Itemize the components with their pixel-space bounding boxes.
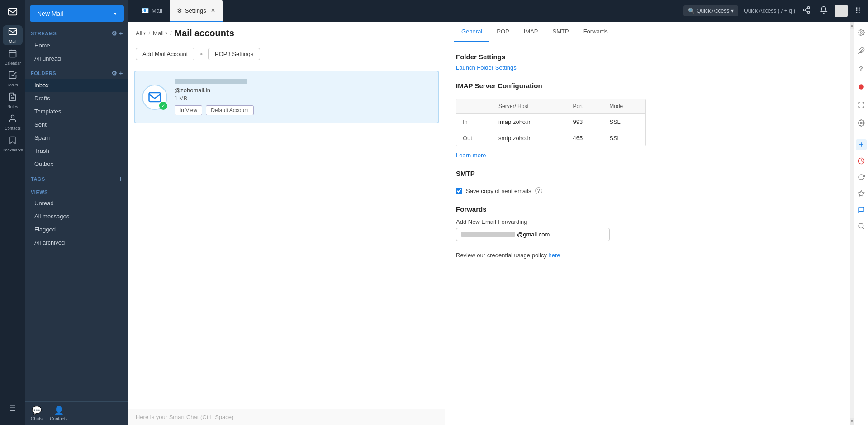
in-view-button[interactable]: In View bbox=[175, 105, 202, 115]
default-account-button[interactable]: Default Account bbox=[206, 105, 254, 115]
sidebar: New Mail ▾ STREAMS ⚙ + Home All unread F… bbox=[25, 0, 128, 425]
tab-general-label: General bbox=[461, 28, 482, 35]
frr-clock-icon[interactable] bbox=[856, 156, 867, 166]
tags-add-icon[interactable]: + bbox=[119, 175, 123, 183]
frr-settings-icon[interactable] bbox=[856, 27, 867, 38]
sidebar-item-outbox[interactable]: Outbox bbox=[25, 157, 128, 170]
sidebar-footer: 💬 Chats 👤 Contacts bbox=[25, 401, 128, 425]
launch-folder-settings-link[interactable]: Launch Folder Settings bbox=[456, 64, 517, 71]
quick-access-button[interactable]: 🔍 Quick Access ▾ bbox=[683, 5, 738, 16]
streams-add-icon[interactable]: + bbox=[119, 30, 123, 37]
sidebar-item-unread[interactable]: Unread bbox=[25, 197, 128, 210]
smart-chat-bar[interactable]: Here is your Smart Chat (Ctrl+Space) bbox=[128, 409, 445, 425]
rail-item-calendar[interactable]: Calendar bbox=[3, 47, 23, 67]
scroll-up-button[interactable]: ▲ bbox=[850, 22, 854, 29]
account-email-domain: @zohomail.in bbox=[175, 87, 431, 94]
frr-feather-icon[interactable] bbox=[856, 45, 867, 56]
sidebar-item-trash[interactable]: Trash bbox=[25, 144, 128, 157]
far-right-rail: ? bbox=[854, 22, 868, 425]
tab-general[interactable]: General bbox=[454, 22, 489, 42]
quick-access-shortcut: Quick Access ( / + q ) bbox=[744, 8, 795, 14]
footer-chats[interactable]: 💬 Chats bbox=[31, 406, 43, 421]
tab-forwards[interactable]: Forwards bbox=[576, 22, 615, 42]
sidebar-item-inbox[interactable]: Inbox bbox=[25, 79, 128, 92]
learn-more-link[interactable]: Learn more bbox=[456, 152, 486, 159]
folders-settings-icon[interactable]: ⚙ bbox=[111, 70, 118, 77]
forwarding-input-container[interactable]: @gmail.com bbox=[456, 228, 610, 241]
sidebar-item-templates[interactable]: Templates bbox=[25, 105, 128, 118]
footer-contacts[interactable]: 👤 Contacts bbox=[50, 406, 67, 421]
bell-icon-button[interactable] bbox=[818, 4, 830, 18]
frr-add-icon[interactable] bbox=[856, 139, 867, 150]
frr-sparkle-icon[interactable] bbox=[856, 188, 867, 199]
frr-settings2-icon[interactable] bbox=[856, 118, 867, 128]
svg-point-12 bbox=[860, 122, 862, 124]
scroll-down-button[interactable]: ▼ bbox=[850, 418, 854, 425]
rail-item-notes[interactable]: Notes bbox=[3, 90, 23, 110]
rail-label-bookmarks: Bookmarks bbox=[3, 148, 23, 152]
topbar: 📧 Mail ⚙ Settings ✕ 🔍 Quick Access ▾ Qui… bbox=[128, 0, 868, 22]
folders-add-icon[interactable]: + bbox=[119, 70, 123, 77]
sidebar-item-sent[interactable]: Sent bbox=[25, 118, 128, 131]
rail-label-contacts: Contacts bbox=[5, 126, 21, 131]
imap-col-port: Port bbox=[566, 99, 603, 114]
svg-point-8 bbox=[860, 32, 862, 33]
save-copy-checkbox[interactable] bbox=[456, 188, 462, 194]
sidebar-item-drafts[interactable]: Drafts bbox=[25, 92, 128, 105]
account-buttons: In View Default Account bbox=[175, 105, 431, 115]
share-icon-button[interactable] bbox=[801, 4, 812, 18]
frr-search-icon[interactable] bbox=[856, 221, 867, 231]
scroll-track: ▲ ▼ bbox=[850, 22, 854, 425]
tab-mail[interactable]: 📧 Mail bbox=[134, 0, 170, 22]
imap-out-direction: Out bbox=[456, 130, 492, 146]
streams-settings-icon[interactable]: ⚙ bbox=[111, 30, 118, 37]
sidebar-item-home[interactable]: Home bbox=[25, 39, 128, 52]
frr-transfer-icon[interactable] bbox=[856, 99, 867, 110]
grid-button[interactable]: ⠿ bbox=[853, 4, 863, 18]
tab-settings-label: Settings bbox=[185, 7, 206, 14]
imap-col-host: Server/ Host bbox=[492, 99, 566, 114]
tab-pop-label: POP bbox=[497, 28, 509, 35]
breadcrumb-mail[interactable]: Mail ▾ bbox=[153, 30, 167, 37]
sidebar-item-all-archived[interactable]: All archived bbox=[25, 236, 128, 249]
frr-help-icon[interactable]: ? bbox=[856, 63, 867, 74]
settings-tabs: General POP IMAP SMTP Forwards bbox=[445, 22, 850, 42]
forwarding-label: Add New Email Forwarding bbox=[456, 218, 839, 225]
rail-item-mail[interactable]: Mail bbox=[3, 25, 23, 45]
new-mail-button[interactable]: New Mail ▾ bbox=[30, 5, 124, 22]
tab-pop[interactable]: POP bbox=[489, 22, 516, 42]
rail-item-contacts[interactable]: Contacts bbox=[3, 112, 23, 132]
imap-row-out: Out smtp.zoho.in 465 SSL bbox=[456, 130, 645, 146]
rail-item-tasks[interactable]: Tasks bbox=[3, 69, 23, 89]
imap-out-host: smtp.zoho.in bbox=[492, 130, 566, 146]
quick-access-label: Quick Access bbox=[697, 8, 729, 14]
rail-item-collapse[interactable]: ☰ bbox=[3, 398, 23, 418]
policy-link[interactable]: here bbox=[549, 252, 560, 259]
streams-section-label: STREAMS ⚙ + bbox=[25, 25, 128, 39]
rail-item-bookmarks[interactable]: Bookmarks bbox=[3, 134, 23, 154]
breadcrumb-all[interactable]: All ▾ bbox=[136, 30, 146, 37]
account-avatar: ✓ bbox=[142, 85, 167, 110]
pop3-settings-button[interactable]: POP3 Settings bbox=[208, 48, 260, 60]
tab-settings-close[interactable]: ✕ bbox=[211, 7, 215, 14]
sidebar-item-spam[interactable]: Spam bbox=[25, 131, 128, 144]
outbox-label: Outbox bbox=[34, 161, 53, 167]
tab-smtp[interactable]: SMTP bbox=[545, 22, 576, 42]
forwarding-email-blur bbox=[461, 232, 515, 237]
smtp-help-icon[interactable]: ? bbox=[535, 187, 542, 194]
tab-imap[interactable]: IMAP bbox=[517, 22, 545, 42]
sidebar-item-all-unread[interactable]: All unread bbox=[25, 52, 128, 65]
svg-point-6 bbox=[807, 11, 810, 14]
add-mail-account-button[interactable]: Add Mail Account bbox=[136, 48, 194, 60]
trash-label: Trash bbox=[34, 147, 49, 154]
frr-refresh-icon[interactable] bbox=[856, 172, 867, 183]
all-archived-label: All archived bbox=[34, 239, 65, 246]
user-avatar[interactable] bbox=[835, 5, 848, 17]
tab-settings[interactable]: ⚙ Settings ✕ bbox=[170, 0, 223, 22]
frr-activity-icon[interactable] bbox=[856, 81, 867, 92]
frr-chat-icon[interactable] bbox=[856, 204, 867, 215]
sidebar-item-flagged[interactable]: Flagged bbox=[25, 223, 128, 236]
imap-out-port: 465 bbox=[566, 130, 603, 146]
svg-point-4 bbox=[807, 7, 810, 9]
sidebar-item-all-messages[interactable]: All messages bbox=[25, 210, 128, 223]
